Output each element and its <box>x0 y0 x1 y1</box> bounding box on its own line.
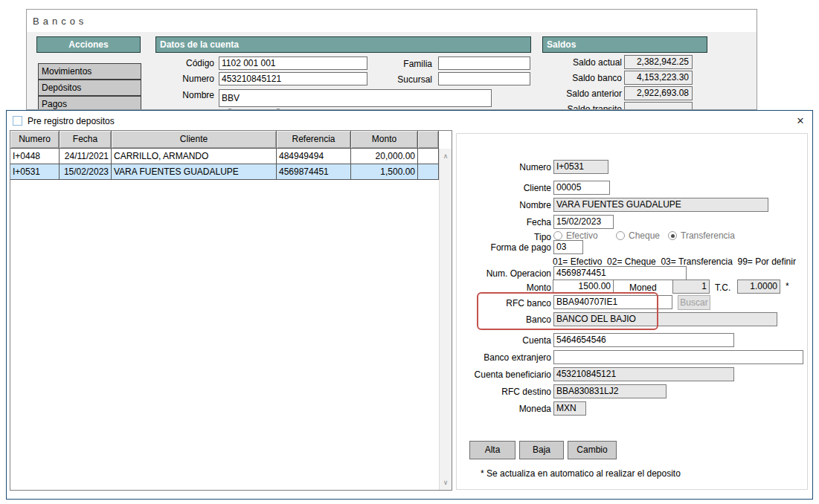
banco-extranjero-label: Banco extranjero <box>356 352 551 363</box>
radio-selected-icon <box>668 231 677 240</box>
cuenta-field[interactable]: 5464654546 <box>553 333 734 347</box>
preregistro-depositos-dialog: Pre registro depositos ✕ Numero Fecha Cl… <box>6 110 813 500</box>
forma-pago-hint: 01= Efectivo 02= Cheque 03= Transferenci… <box>553 256 796 267</box>
form-fecha-label: Fecha <box>356 217 551 227</box>
moneda-field: MXN <box>553 401 586 416</box>
num-operacion-label: Num. Operacion <box>356 268 551 279</box>
cell-referencia: 4569874451 <box>277 164 351 180</box>
radio-icon <box>616 231 625 240</box>
tc-field: 1.0000 <box>737 280 780 294</box>
saldo-transito-value <box>624 102 693 110</box>
nombre-cuenta-label: Nombre <box>140 90 214 100</box>
column-header-fecha[interactable]: Fecha <box>60 131 112 149</box>
pagos-button[interactable]: Pagos <box>38 96 141 110</box>
column-header-stub <box>418 131 439 149</box>
rfc-destino-label: RFC destino <box>356 387 551 397</box>
column-header-cliente[interactable]: Cliente <box>112 131 277 149</box>
alta-button[interactable]: Alta <box>469 441 516 459</box>
cell-referencia: 484949494 <box>277 149 351 164</box>
movimientos-button[interactable]: Movimientos <box>38 63 141 80</box>
annotation-highlight-rect <box>477 292 658 330</box>
screen: Bancos Acciones Movimientos Depósitos Pa… <box>0 0 819 504</box>
cambio-button[interactable]: Cambio <box>568 441 617 459</box>
radio-transferencia[interactable]: Transferencia <box>668 230 735 241</box>
cell-fecha: 24/11/2021 <box>60 149 112 164</box>
cuenta-beneficiario-field: 453210845121 <box>553 367 734 381</box>
saldo-banco-label: Saldo banco <box>503 73 622 83</box>
banco-extranjero-field[interactable] <box>553 350 803 364</box>
form-fecha-field[interactable]: 15/02/2023 <box>553 215 614 229</box>
saldo-anterior-value: 2,922,693.08 <box>624 86 693 100</box>
table-header-row: Numero Fecha Cliente Referencia Monto <box>10 131 452 149</box>
form-cliente-label: Cliente <box>356 183 551 193</box>
nombre-cuenta-field[interactable]: BBV <box>219 89 492 107</box>
cell-cliente: VARA FUENTES GUADALUPE <box>112 164 277 180</box>
form-tipo-label: Tipo <box>356 232 551 242</box>
radio-icon <box>553 231 562 240</box>
monto-label: Monto <box>356 282 551 293</box>
baja-button[interactable]: Baja <box>519 441 564 459</box>
bancos-window: Bancos Acciones Movimientos Depósitos Pa… <box>26 9 757 110</box>
numero-cuenta-label: Numero <box>140 74 214 84</box>
saldo-actual-value: 2,382,942.25 <box>624 55 693 69</box>
codigo-label: Código <box>140 58 214 68</box>
moneda-corta-label: Moned <box>629 282 657 293</box>
footnote-text: * Se actualiza en automatico al realizar… <box>481 468 681 479</box>
codigo-field[interactable]: 1102 001 001 <box>219 56 367 70</box>
saldo-actual-label: Saldo actual <box>503 57 622 68</box>
column-header-referencia[interactable]: Referencia <box>277 131 351 149</box>
numero-cuenta-field[interactable]: 453210845121 <box>219 72 367 85</box>
familia-label: Familia <box>376 59 432 69</box>
form-nombre-label: Nombre <box>356 200 551 210</box>
window-icon <box>13 116 22 126</box>
bancos-titlebar: Bancos <box>27 10 757 32</box>
moneda-corta-field: 1 <box>672 280 710 294</box>
buscar-button[interactable]: Buscar <box>678 295 710 310</box>
cell-cliente: CARRILLO, ARMANDO <box>112 149 277 164</box>
num-operacion-field[interactable]: 4569874451 <box>553 266 687 280</box>
datos-cuenta-panel-header: Datos de la cuenta <box>155 36 531 53</box>
cuenta-label: Cuenta <box>356 335 551 346</box>
scroll-down-icon[interactable]: ∨ <box>440 476 452 488</box>
acciones-panel-header: Acciones <box>36 36 141 53</box>
forma-pago-label: Forma de pago <box>356 242 551 253</box>
form-numero-label: Numero <box>356 162 551 172</box>
column-header-numero[interactable]: Numero <box>10 131 60 149</box>
form-cliente-field[interactable]: 00005 <box>553 181 610 195</box>
cuenta-beneficiario-label: Cuenta beneficiario <box>356 369 551 380</box>
rfc-destino-field: BBA830831LJ2 <box>553 384 667 398</box>
close-icon[interactable]: ✕ <box>788 113 813 129</box>
scroll-up-icon[interactable]: ∧ <box>440 150 452 162</box>
bancos-window-title: Bancos <box>33 16 87 27</box>
saldos-panel-header: Saldos <box>542 36 707 53</box>
saldo-banco-value: 4,153,223.30 <box>624 71 693 85</box>
saldo-anterior-label: Saldo anterior <box>503 88 622 99</box>
tc-asterisk: * <box>786 281 789 291</box>
sucursal-label: Sucursal <box>376 74 432 85</box>
form-nombre-field: VARA FUENTES GUADALUPE <box>553 198 768 212</box>
radio-cheque[interactable]: Cheque <box>616 230 660 241</box>
radio-efectivo[interactable]: Efectivo <box>553 230 598 241</box>
depositos-button[interactable]: Depósitos <box>38 80 141 96</box>
moneda-label: Moneda <box>356 404 551 414</box>
radio-efectivo-label: Efectivo <box>566 230 598 241</box>
cell-fecha: 15/02/2023 <box>60 164 112 180</box>
cell-numero: I+0448 <box>10 149 60 164</box>
column-header-monto[interactable]: Monto <box>351 131 418 149</box>
radio-cheque-label: Cheque <box>629 230 660 241</box>
forma-pago-field[interactable]: 03 <box>553 240 583 254</box>
dialog-title: Pre registro depositos <box>28 116 115 126</box>
cell-numero: I+0531 <box>10 164 60 180</box>
tc-label: T.C. <box>715 282 730 293</box>
form-numero-field: I+0531 <box>553 160 608 174</box>
saldo-transito-label: Saldo transito <box>503 104 622 110</box>
radio-transferencia-label: Transferencia <box>681 230 735 241</box>
